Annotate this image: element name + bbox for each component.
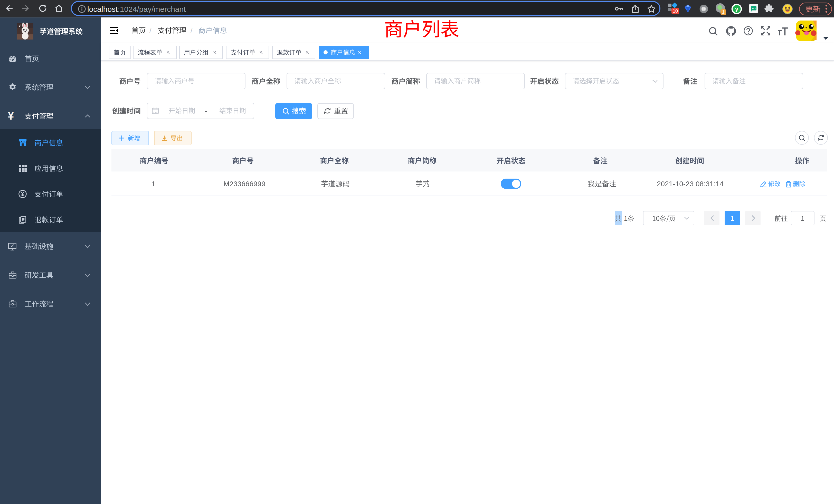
svg-text:y: y <box>735 5 739 12</box>
svg-text:10: 10 <box>673 8 678 14</box>
svg-text:1: 1 <box>722 9 725 15</box>
